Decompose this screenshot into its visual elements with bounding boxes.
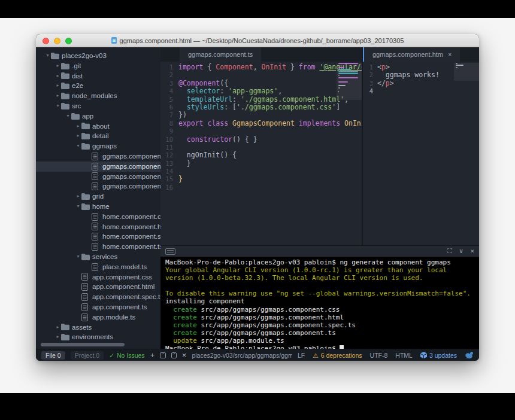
terminal[interactable]: MacBook-Pro-de-Pablo:places2go-v03 pablo… (160, 257, 479, 349)
tree-item-grid[interactable]: ▸grid (36, 191, 160, 202)
chevron-right-icon[interactable]: ▸ (54, 81, 61, 91)
code-line-11: 11 (160, 144, 362, 151)
tree-item-dist[interactable]: ▸dist (36, 71, 160, 81)
folder-icon (71, 113, 82, 120)
code-line-10: 10 constructor() { } (160, 136, 362, 144)
tree-item-place-model-ts[interactable]: place.model.ts (36, 262, 160, 272)
chevron-right-icon[interactable]: ▸ (54, 71, 61, 81)
code-editor-ts[interactable]: 1import { Component, OnInit } from '@ang… (160, 62, 362, 245)
terminal-line: update src/app/app.module.ts (165, 337, 474, 345)
zoom-window-button[interactable] (65, 38, 72, 44)
chevron-right-icon[interactable]: ▸ (54, 332, 61, 342)
minimap[interactable] (338, 63, 360, 95)
line-number: 2 (160, 71, 178, 79)
line-number: 6 (160, 104, 178, 111)
tree-item-label: places2go-v03 (62, 51, 107, 61)
chevron-down-icon[interactable]: ▾ (75, 252, 81, 262)
chevron-down-icon[interactable]: ▾ (75, 202, 81, 212)
deprecations-indicator[interactable]: ⚠ 6 deprecations (313, 352, 362, 359)
terminal-tab-icon[interactable] (160, 352, 165, 358)
tree-item-home-component-html[interactable]: home.component.html (36, 222, 160, 232)
tree-item-app-component-html[interactable]: app.component.html (36, 282, 160, 292)
tree-item-label: services (92, 252, 117, 262)
tree-item--git[interactable]: ▸.git (36, 61, 160, 71)
tab-ggmaps-component-ts[interactable]: ggmaps.component.ts (180, 47, 261, 62)
close-panel-icon[interactable]: × (470, 246, 474, 257)
tree-item-label: ggmaps.component.css (102, 151, 160, 162)
chevron-right-icon[interactable]: ▸ (54, 322, 61, 333)
tree-item-label: home.component.ts (102, 242, 160, 252)
terminal-line: create src/app/ggmaps/ggmaps.component.t… (165, 329, 474, 337)
tree-item-ggmaps-component-ts[interactable]: ggmaps.component.ts (36, 181, 160, 191)
tree-item-home-component-css[interactable]: home.component.css (36, 212, 160, 222)
tree-item-e2e[interactable]: ▸e2e (36, 81, 160, 91)
tree-item-app-component-spec-ts[interactable]: app.component.spec.ts (36, 292, 160, 302)
folder-icon (61, 93, 72, 99)
tree-item-places2go-v03[interactable]: ▾places2go-v03 (36, 51, 160, 61)
squirrel-icon[interactable] (465, 351, 474, 359)
chevron-down-icon[interactable]: ▾ (75, 141, 81, 151)
tree-item-label: environments (72, 332, 113, 342)
code-line-4: 4 selector: 'app-ggmaps', (160, 87, 362, 95)
new-terminal-icon[interactable]: + (150, 349, 155, 361)
chevron-right-icon[interactable]: ▸ (75, 191, 81, 202)
letterbox-bottom (0, 393, 515, 420)
line-number: 15 (160, 175, 178, 183)
terminal-tab-icon-2[interactable] (171, 352, 177, 358)
tree-item-environments[interactable]: ▸environments (36, 332, 160, 342)
tree-item-home-component-ts[interactable]: home.component.ts (36, 242, 160, 252)
tree-item-label: app.component.html (92, 282, 154, 292)
tree-item-src[interactable]: ▾src (36, 101, 160, 111)
terminal-badge-icon[interactable] (165, 248, 175, 255)
tree-horizontal-scrollbar[interactable] (41, 343, 125, 346)
tree-item-home-component-spec-ts[interactable]: home.component.spec.ts (36, 232, 160, 242)
file-tree[interactable]: ▾places2go-v03▸.git▸dist▸e2e▸node_module… (36, 47, 160, 349)
tree-item-label: app.component.ts (92, 302, 147, 312)
updates-indicator[interactable]: 3 updates (420, 352, 457, 359)
tree-item-app-module-ts[interactable]: app.module.ts (36, 312, 160, 322)
tree-item-detail[interactable]: ▸detail (36, 131, 160, 141)
chevron-right-icon[interactable]: ▸ (75, 131, 81, 141)
tree-item-ggmaps-component-spec-ts[interactable]: ggmaps.component.spec.ts (36, 172, 160, 182)
minimap[interactable] (456, 63, 478, 71)
code-line-15: 15} (160, 175, 362, 183)
tab-close-icon[interactable]: × (448, 51, 452, 58)
tab-ggmaps-component-html[interactable]: ggmaps.component.htm × (364, 47, 460, 62)
encoding-indicator[interactable]: UTF-8 (370, 352, 388, 359)
tree-item-ggmaps[interactable]: ▾ggmaps (36, 141, 160, 151)
tree-item-app[interactable]: ▾app (36, 111, 160, 121)
no-issues-status[interactable]: ✓ No Issues (109, 352, 145, 359)
close-window-button[interactable] (43, 38, 49, 44)
tree-item-home[interactable]: ▾home (36, 202, 160, 212)
chevron-down-icon[interactable]: ▾ (65, 111, 71, 121)
tree-item-node-modules[interactable]: ▸node_modules (36, 91, 160, 101)
chevron-right-icon[interactable]: ▸ (54, 61, 61, 71)
document-icon (111, 37, 117, 44)
line-number: 4 (160, 87, 178, 95)
titlebar[interactable]: ggmaps.component.html — ~/Desktop/NoCues… (36, 34, 479, 47)
chevron-right-icon[interactable]: ▸ (54, 91, 61, 101)
tree-item-assets[interactable]: ▸assets (36, 322, 160, 333)
chevron-down-icon[interactable]: ▾ (54, 101, 61, 111)
tree-item-services[interactable]: ▾services (36, 252, 160, 262)
chevron-right-icon[interactable]: ▸ (75, 121, 81, 132)
tree-item-app-component-ts[interactable]: app.component.ts (36, 302, 160, 312)
code-editor-html[interactable]: 1<p>2 ggmaps works!3</p>4 (363, 62, 479, 245)
chevron-down-icon[interactable]: ▾ (44, 51, 51, 61)
line-ending-indicator[interactable]: LF (298, 352, 305, 359)
project-issues-badge[interactable]: Project 0 (71, 351, 104, 360)
tree-item-app-component-css[interactable]: app.component.css (36, 272, 160, 282)
tree-item-about[interactable]: ▸about (36, 121, 160, 132)
folder-icon (61, 63, 72, 69)
maximize-panel-icon[interactable]: ⛶ (447, 246, 452, 257)
line-number: 8 (160, 120, 178, 127)
code-line-8: 8export class GgmapsComponent implements… (160, 120, 362, 127)
letterbox-top (0, 0, 515, 18)
minimize-window-button[interactable] (54, 38, 60, 44)
file-issues-badge[interactable]: File 0 (41, 351, 65, 360)
grammar-indicator[interactable]: HTML (395, 352, 413, 359)
collapse-panel-icon[interactable]: ∨ (459, 246, 463, 257)
tree-item-ggmaps-component-html[interactable]: ggmaps.component.html (36, 162, 160, 172)
tree-item-ggmaps-component-css[interactable]: ggmaps.component.css (36, 151, 160, 162)
close-terminal-icon[interactable]: × (182, 349, 187, 361)
